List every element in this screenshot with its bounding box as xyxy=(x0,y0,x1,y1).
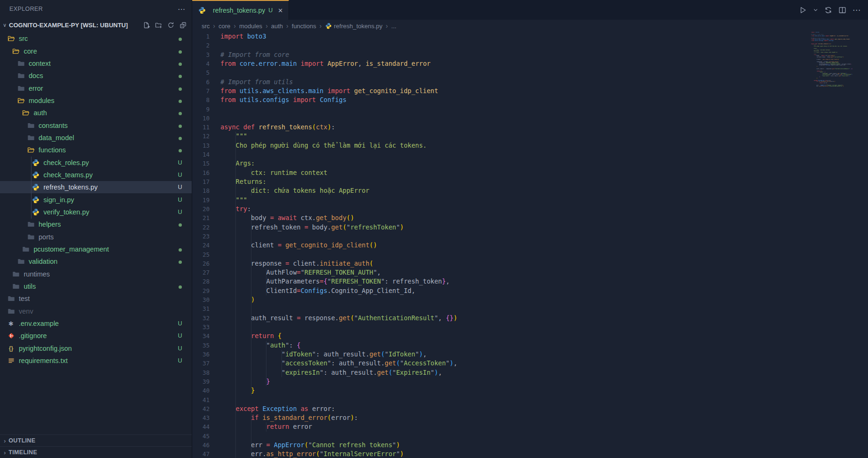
folder-closed-icon xyxy=(27,134,35,142)
indent-guide xyxy=(235,377,236,386)
code-line-content: auth_result = response.get("Authenticati… xyxy=(220,314,457,323)
code-line-47: 47 err.as_http_error("InternalServerErro… xyxy=(192,450,808,458)
close-tab-icon[interactable]: ✕ xyxy=(278,7,283,14)
tree-item-requirements-txt[interactable]: requirements.txtU xyxy=(0,355,192,367)
code-line-content: dict: chứa tokens hoặc AppError xyxy=(220,186,369,195)
run-python-file-icon[interactable] xyxy=(799,6,807,14)
indent-guide xyxy=(235,413,236,422)
explorer-title: EXPLORER xyxy=(9,6,43,12)
indent-guide xyxy=(235,168,236,177)
breadcrumb-item-file[interactable]: refresh_tokens.py xyxy=(334,23,383,30)
explorer-more-actions-icon[interactable]: ⋯ xyxy=(178,5,185,14)
split-editor-icon[interactable] xyxy=(838,6,846,14)
folder-closed-icon xyxy=(27,121,35,129)
new-file-icon[interactable] xyxy=(142,21,150,29)
code-line-29: 29 ClientId=Configs.Cognito_App_Client_I… xyxy=(192,286,808,295)
indent-guide xyxy=(251,213,251,222)
code-line-content: "idToken": auth_result.get("IdToken"), xyxy=(220,350,427,359)
outline-section-header[interactable]: › OUTLINE xyxy=(0,434,192,446)
tree-item-modules[interactable]: modules xyxy=(0,95,192,107)
code-line-content: try: xyxy=(220,205,251,213)
code-line-content: } xyxy=(220,377,270,386)
code-editor[interactable]: 1import boto323# Import from core4from c… xyxy=(192,32,808,458)
project-root-row[interactable]: ∨ COGNITO-EXAMPLE-PY [WSL: UBUNTU] xyxy=(0,18,192,32)
refresh-explorer-icon[interactable] xyxy=(167,21,175,29)
indent-guide xyxy=(251,368,251,377)
breadcrumb-item-functions[interactable]: functions xyxy=(292,23,316,30)
line-number: 7 xyxy=(192,87,210,95)
code-line-24: 24 client = get_cognito_idp_client() xyxy=(192,241,808,250)
git-untracked-badge: U xyxy=(176,320,184,327)
code-line-content: async def refresh_tokens(ctx): xyxy=(220,123,335,132)
tree-item-context[interactable]: context xyxy=(0,57,192,70)
line-number: 10 xyxy=(192,114,210,123)
code-line-content: "expiresIn": auth_result.get("ExpiresIn"… xyxy=(220,368,442,377)
timeline-section-header[interactable]: › TIMELINE xyxy=(0,446,192,458)
tree-item-src[interactable]: src xyxy=(0,32,192,45)
tree-item-check-teams-py[interactable]: check_teams.pyU xyxy=(0,169,192,181)
line-number: 30 xyxy=(192,295,210,304)
tree-item-helpers[interactable]: helpers xyxy=(0,218,192,230)
tree-item-check-roles-py[interactable]: check_roles.pyU xyxy=(0,156,192,168)
new-folder-icon[interactable] xyxy=(155,21,163,29)
tab-refresh-tokens[interactable]: refresh_tokens.py U ✕ xyxy=(192,0,289,20)
indent-guide xyxy=(282,350,282,359)
line-number: 36 xyxy=(192,350,210,359)
tree-item-label: refresh_tokens.py xyxy=(44,183,98,191)
indent-guide xyxy=(235,450,236,458)
indent-guide xyxy=(235,432,236,441)
indent-guide xyxy=(251,450,251,458)
tree-item-ports[interactable]: ports xyxy=(0,231,192,243)
breadcrumb-symbol-tail[interactable]: ... xyxy=(391,23,397,30)
tree-item--gitignore[interactable]: .gitignoreU xyxy=(0,330,192,342)
more-actions-icon[interactable]: ⋯ xyxy=(852,5,860,15)
tree-item-auth[interactable]: auth xyxy=(0,107,192,119)
sync-icon[interactable] xyxy=(824,6,832,14)
tree-item-sign-in-py[interactable]: sign_in.pyU xyxy=(0,193,192,205)
indent-guide xyxy=(235,213,236,222)
code-line-content: from utils.aws_clients.main import get_c… xyxy=(220,87,438,95)
tree-item-data-model[interactable]: data_model xyxy=(0,132,192,144)
file-tree: srccorecontextdocserrormodulesauthconsta… xyxy=(0,32,192,367)
indent-guide xyxy=(251,286,251,295)
breadcrumb-item-src[interactable]: src xyxy=(202,23,210,30)
run-options-chevron-icon[interactable] xyxy=(813,8,818,13)
tree-item-runtimes[interactable]: runtimes xyxy=(0,268,192,280)
tree-item-error[interactable]: error xyxy=(0,82,192,94)
tree-item-utils[interactable]: utils xyxy=(0,280,192,292)
indent-guide xyxy=(251,304,251,313)
git-untracked-badge: U xyxy=(176,197,184,203)
code-line-26: 26 response = client.initiate_auth( xyxy=(192,259,808,268)
tree-item-constants[interactable]: constants xyxy=(0,119,192,131)
indent-guide xyxy=(235,422,236,431)
breadcrumb-item-auth[interactable]: auth xyxy=(271,23,283,30)
collapse-folders-icon[interactable] xyxy=(179,21,187,29)
tree-item-label: docs xyxy=(29,72,43,79)
tree-item-label: helpers xyxy=(39,221,61,228)
indent-guide xyxy=(251,332,251,340)
breadcrumb-item-core[interactable]: core xyxy=(219,23,230,30)
tree-item-core[interactable]: core xyxy=(0,45,192,57)
indent-guide xyxy=(266,359,266,368)
code-line-27: 27 AuthFlow="REFRESH_TOKEN_AUTH", xyxy=(192,268,808,277)
code-line-34: 34 return { xyxy=(192,332,808,340)
indent-guide xyxy=(235,268,236,277)
tree-item-pyrightconfig-json[interactable]: {}pyrightconfig.jsonU xyxy=(0,342,192,355)
line-number: 12 xyxy=(192,132,210,141)
tree-item-pcustomer-management[interactable]: pcustomer_management xyxy=(0,243,192,255)
indent-guide xyxy=(251,413,251,422)
indent-guide xyxy=(235,286,236,295)
tree-item-validation[interactable]: validation xyxy=(0,255,192,268)
tree-item-docs[interactable]: docs xyxy=(0,70,192,82)
tree-item-verify-token-py[interactable]: verify_token.pyU xyxy=(0,206,192,218)
tree-item-refresh-tokens-py[interactable]: refresh_tokens.pyU xyxy=(0,181,192,193)
tree-item--env-example[interactable]: ✱.env.exampleU xyxy=(0,317,192,330)
tree-item-label: .env.example xyxy=(19,320,59,327)
minimap[interactable]: import boto3# Import from corefrom core.… xyxy=(811,32,852,93)
code-line-28: 28 AuthParameters={"REFRESH_TOKEN": refr… xyxy=(192,277,808,286)
tree-item-functions[interactable]: functions xyxy=(0,144,192,156)
tree-item-venv[interactable]: venv xyxy=(0,305,192,317)
breadcrumb-item-modules[interactable]: modules xyxy=(239,23,262,30)
tree-item-test[interactable]: test xyxy=(0,292,192,305)
line-number: 27 xyxy=(192,268,210,277)
